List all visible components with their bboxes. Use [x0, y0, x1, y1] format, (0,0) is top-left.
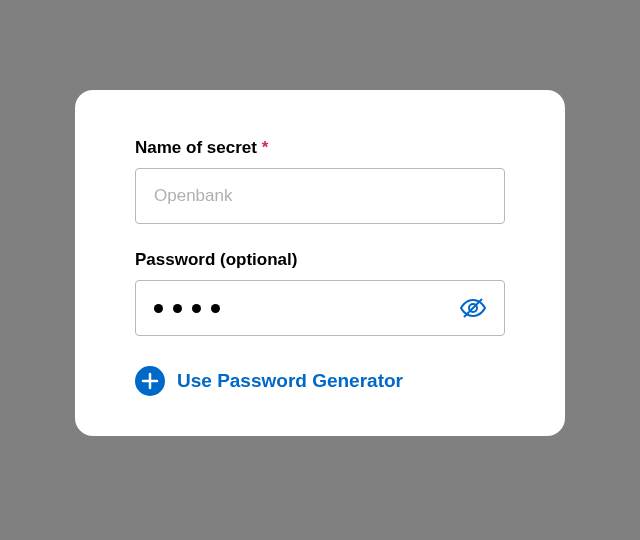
toggle-visibility-button[interactable]: [455, 293, 491, 323]
eye-off-icon: [459, 297, 487, 319]
mask-dot: [173, 304, 182, 313]
password-label: Password (optional): [135, 250, 505, 270]
name-label: Name of secret *: [135, 138, 505, 158]
password-input[interactable]: [135, 280, 505, 336]
name-field-group: Name of secret *: [135, 138, 505, 224]
secret-form-card: Name of secret * Password (optional): [75, 90, 565, 436]
generator-label: Use Password Generator: [177, 370, 403, 392]
mask-dot: [211, 304, 220, 313]
mask-dot: [154, 304, 163, 313]
name-label-text: Name of secret: [135, 138, 257, 157]
name-input-wrap: [135, 168, 505, 224]
mask-dot: [192, 304, 201, 313]
name-input[interactable]: [135, 168, 505, 224]
password-generator-button[interactable]: Use Password Generator: [135, 366, 403, 396]
plus-icon: [135, 366, 165, 396]
password-field-group: Password (optional): [135, 250, 505, 336]
password-input-wrap: [135, 280, 505, 336]
required-indicator: *: [262, 138, 269, 157]
